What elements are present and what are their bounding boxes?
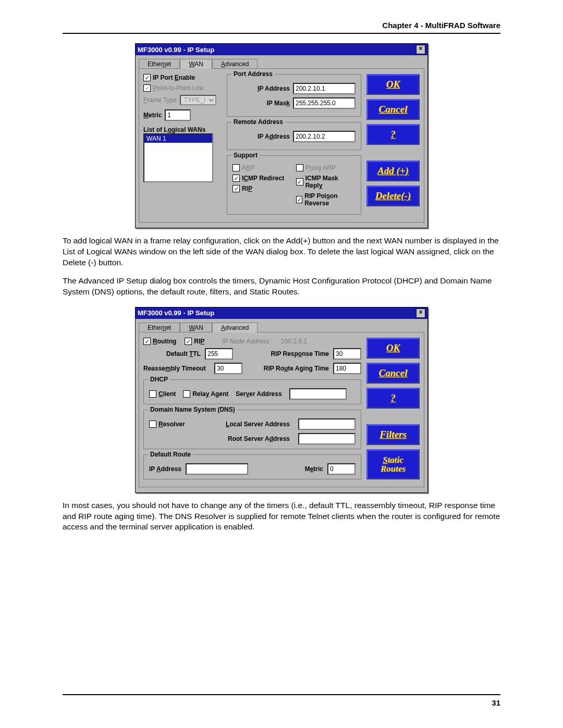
metric-input[interactable]: [165, 109, 191, 121]
cancel-button[interactable]: Cancel: [366, 363, 420, 384]
checkbox-label: Relay Agent: [192, 390, 228, 398]
icmp-mask-reply-checkbox[interactable]: ✓ ICMP Mask Reply: [296, 175, 356, 189]
routing-checkbox[interactable]: ✓ Routing: [143, 338, 176, 345]
help-button[interactable]: ?: [366, 388, 420, 409]
checkbox-label: RIP: [242, 185, 252, 192]
ip-setup-wan-dialog: MF3000 v0.99 - IP Setup × Ethernet WAN A…: [135, 43, 428, 228]
default-route-metric-label: Metric: [252, 465, 323, 473]
ip-mask-input[interactable]: [293, 97, 356, 109]
chapter-header: Chapter 4 - MultiFRAD Software: [63, 21, 500, 34]
default-route-group: Default Route IP Address Metric: [143, 454, 361, 479]
rip-checkbox[interactable]: ✓ RIP: [185, 338, 204, 345]
resolver-checkbox[interactable]: Resolver: [149, 421, 185, 428]
dhcp-relay-checkbox[interactable]: Relay Agent: [183, 390, 228, 398]
icmp-redirect-checkbox[interactable]: ✓ ICMP Redirect: [232, 175, 292, 182]
ip-port-enable-checkbox[interactable]: ✓ IP Port Enable: [143, 74, 222, 81]
port-address-group: Port Address IP Address IP Mask: [227, 74, 361, 117]
frame-type-label: Frame Type: [143, 96, 177, 104]
root-server-label: Root Server Address: [149, 435, 290, 442]
checkbox-box: ✓: [143, 84, 151, 92]
checkbox-label: Resolver: [158, 421, 185, 428]
ip-setup-advanced-dialog: MF3000 v0.99 - IP Setup × Ethernet WAN A…: [135, 307, 428, 493]
server-address-label: Server Address: [236, 390, 282, 398]
question-mark-icon: ?: [390, 129, 396, 140]
rip-poison-checkbox[interactable]: ✓ RIP Poison Reverse: [296, 192, 356, 207]
checkbox-box: ✓: [143, 338, 151, 345]
default-route-ip-label: IP Address: [149, 465, 181, 473]
ip-mask-label: IP Mask: [267, 100, 290, 107]
local-server-input[interactable]: [298, 418, 356, 430]
checkbox-box: [149, 421, 156, 428]
root-server-input[interactable]: [298, 433, 356, 445]
body-paragraph: The Advanced IP Setup dialog box control…: [63, 276, 500, 298]
titlebar: MF3000 v0.99 - IP Setup ×: [136, 307, 427, 319]
tab-wan[interactable]: WAN: [180, 59, 212, 69]
titlebar: MF3000 v0.99 - IP Setup ×: [136, 44, 427, 55]
tab-pane-wan: ✓ IP Port Enable ✓ Point-to-Point Link F…: [139, 68, 424, 223]
help-button[interactable]: ?: [366, 124, 420, 145]
rip-aging-label: RIP Route Aging Time: [247, 365, 329, 372]
group-title: DHCP: [148, 376, 170, 383]
ok-button[interactable]: OK: [366, 338, 420, 359]
checkbox-box: ✓: [296, 178, 303, 186]
metric-label: Metric: [143, 112, 162, 119]
tabstrip: Ethernet WAN Advanced: [136, 319, 427, 332]
body-paragraph: To add logical WAN in a frame relay conf…: [63, 236, 500, 268]
add-button[interactable]: Add (+): [366, 161, 420, 181]
checkbox-label: RIP: [194, 338, 204, 345]
titlebar-text: MF3000 v0.99 - IP Setup: [138, 46, 214, 54]
default-ttl-input[interactable]: [205, 348, 233, 360]
checkbox-label: Point-to-Point Link: [153, 84, 204, 92]
close-icon[interactable]: ×: [416, 309, 425, 318]
dns-group: Domain Name System (DNS) Resolver Local …: [143, 410, 361, 449]
checkbox-box: ✓: [232, 175, 240, 182]
tab-advanced[interactable]: Advanced: [212, 59, 258, 69]
server-address-input[interactable]: [289, 388, 347, 400]
checkbox-box: ✓: [143, 74, 151, 81]
dhcp-client-checkbox[interactable]: Client: [149, 390, 176, 398]
ok-button[interactable]: OK: [366, 74, 420, 95]
checkbox-label: ARP: [242, 164, 255, 171]
rip-aging-input[interactable]: [333, 363, 361, 374]
filters-button[interactable]: Filters: [366, 424, 420, 445]
rip-checkbox[interactable]: ✓ RIP: [232, 185, 292, 192]
list-item[interactable]: WAN 1: [144, 134, 212, 143]
checkbox-label: ICMP Redirect: [242, 175, 284, 182]
rip-response-input[interactable]: [333, 348, 361, 360]
proxy-arp-checkbox: Proxy ARP: [296, 164, 356, 171]
question-mark-icon: ?: [390, 392, 396, 404]
remote-ip-input[interactable]: [293, 131, 356, 142]
titlebar-text: MF3000 v0.99 - IP Setup: [138, 309, 214, 317]
checkbox-label: Routing: [153, 338, 176, 345]
tab-ethernet[interactable]: Ethernet: [139, 59, 180, 69]
default-ttl-label: Default TTL: [143, 350, 201, 357]
ip-node-value: 200.2.9.1: [281, 338, 307, 345]
reassembly-input[interactable]: [214, 363, 242, 374]
group-title: Port Address: [231, 70, 275, 78]
default-route-metric-input[interactable]: [327, 463, 356, 475]
local-server-label: Local Server Address: [193, 421, 290, 428]
ptp-link-checkbox: ✓ Point-to-Point Link: [143, 84, 222, 92]
tab-wan[interactable]: WAN: [180, 323, 212, 332]
remote-address-group: Remote Address IP Address: [227, 122, 361, 150]
checkbox-label: Client: [158, 390, 176, 398]
static-routes-button[interactable]: StaticRoutes: [366, 449, 420, 479]
delete-button[interactable]: Delete(-): [366, 186, 420, 206]
frame-type-select: TYPE_II: [180, 95, 216, 105]
tab-ethernet[interactable]: Ethernet: [139, 323, 180, 332]
cancel-button[interactable]: Cancel: [366, 99, 420, 120]
group-title: Remote Address: [231, 118, 285, 126]
close-icon[interactable]: ×: [416, 45, 425, 54]
tab-advanced[interactable]: Advanced: [212, 323, 258, 332]
checkbox-box: ✓: [185, 338, 192, 345]
rip-response-label: RIP Response Time: [237, 350, 329, 357]
list-of-wans-label: List of Logical WANs: [143, 126, 222, 133]
ip-address-input[interactable]: [293, 83, 356, 94]
page-number: 31: [63, 694, 500, 707]
checkbox-box: [296, 164, 303, 171]
checkbox-label: ICMP Mask Reply: [305, 175, 356, 189]
checkbox-box: ✓: [232, 185, 240, 192]
list-of-wans[interactable]: WAN 1: [143, 133, 213, 182]
default-route-ip-input[interactable]: [186, 463, 248, 475]
body-paragraph: In most cases, you should not have to ch…: [63, 500, 500, 533]
